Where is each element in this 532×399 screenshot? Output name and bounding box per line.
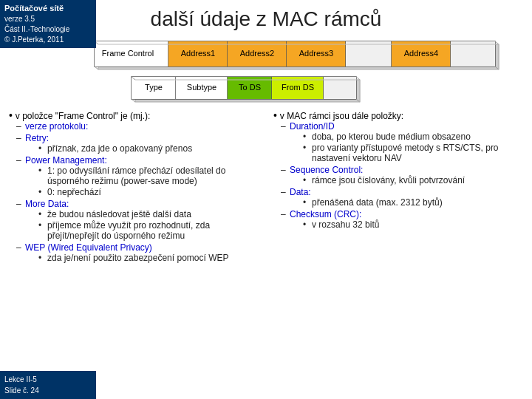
right-data-item1: přenášená data (max. 2312 bytů): [303, 197, 523, 208]
left-wep-sub: zda je/není použito zabezpečení pomocí W…: [25, 253, 259, 263]
right-data-sub: přenášená data (max. 2312 bytů): [290, 197, 523, 208]
right-seq-item1: rámce jsou číslovány, kvůli potvrzování: [303, 175, 523, 185]
right-item-data: Data: přenášená data (max. 2312 bytů): [281, 187, 523, 208]
right-item-duration: Duration/ID doba, po kterou bude médium …: [281, 121, 523, 163]
svg-text:Address4: Address4: [404, 49, 438, 58]
left-main-list: v položce "Frame Control" je (mj.): verz…: [9, 109, 259, 263]
content-area: v položce "Frame Control" je (mj.): verz…: [9, 109, 523, 265]
left-pm-item1: 1: po odvysílání rámce přechází odesílat…: [38, 166, 259, 186]
right-header-item: v MAC rámci jsou dále položky: Duration/…: [273, 109, 523, 230]
left-item-retry: Retry: příznak, zda jde o opakovaný přen…: [16, 133, 259, 154]
right-seqctrl-sub: rámce jsou číslovány, kvůli potvrzování: [290, 175, 523, 185]
info-part: Část II.-Technologie: [4, 24, 92, 35]
left-pm-item2: 0: nepřechází: [38, 187, 259, 197]
svg-text:Frame Control: Frame Control: [102, 49, 154, 58]
right-label-seqctrl: Sequence Control:: [290, 165, 363, 175]
left-md-item1: že budou následovat ještě další data: [38, 209, 259, 219]
left-header-text: v položce "Frame Control" je (mj.):: [16, 111, 151, 121]
left-sub-list: verze protokolu: Retry: příznak, zda jde…: [9, 121, 259, 263]
left-retry-sub: příznak, zda jde o opakovaný přenos: [25, 143, 259, 154]
left-md-item2: příjemce může využít pro rozhodnutí, zda…: [38, 220, 259, 241]
right-item-checksum: Checksum (CRC): v rozsahu 32 bitů: [281, 209, 523, 230]
right-label-data: Data:: [290, 187, 311, 197]
left-powermgmt-sub: 1: po odvysílání rámce přechází odesílat…: [25, 166, 259, 197]
slide-number: Slide č. 24: [4, 385, 92, 396]
slide-info: Lekce II-5 Slide č. 24: [0, 371, 96, 399]
svg-rect-19: [451, 41, 495, 66]
svg-rect-14: [346, 41, 392, 66]
right-crc-item1: v rozsahu 32 bitů: [303, 219, 523, 230]
left-moredata-sub: že budou následovat ještě další data pří…: [25, 209, 259, 241]
right-label-checksum: Checksum (CRC):: [290, 209, 361, 219]
svg-text:Type: Type: [145, 83, 163, 92]
right-header-text: v MAC rámci jsou dále položky:: [280, 111, 403, 121]
left-item-moredata: More Data: že budou následovat ještě dal…: [16, 199, 259, 241]
info-box: Počítačové sítě verze 3.5 Část II.-Techn…: [0, 0, 96, 48]
left-wep-item1: zda je/není použito zabezpečení pomocí W…: [38, 253, 259, 263]
svg-text:From DS: From DS: [282, 83, 314, 92]
left-header-item: v položce "Frame Control" je (mj.): verz…: [9, 109, 259, 263]
svg-text:Address2: Address2: [240, 49, 274, 58]
svg-text:Address1: Address1: [181, 49, 215, 58]
info-title: Počítačové sítě: [4, 3, 92, 14]
right-label-duration: Duration/ID: [290, 121, 335, 132]
right-column: v MAC rámci jsou dále položky: Duration/…: [273, 109, 523, 265]
left-item-verze: verze protokolu:: [16, 121, 259, 132]
right-main-list: v MAC rámci jsou dále položky: Duration/…: [273, 109, 523, 230]
info-author: © J.Peterka, 2011: [4, 35, 92, 45]
right-sub-list: Duration/ID doba, po kterou bude médium …: [273, 121, 523, 230]
svg-text:Subtype: Subtype: [187, 83, 216, 92]
left-label-moredata: More Data:: [25, 199, 69, 209]
info-version: verze 3.5: [4, 14, 92, 24]
right-duration-sub: doba, po kterou bude médium obsazeno pro…: [290, 132, 523, 163]
right-checksum-sub: v rozsahu 32 bitů: [290, 219, 523, 230]
right-dur-item1: doba, po kterou bude médium obsazeno: [303, 132, 523, 142]
svg-text:Address3: Address3: [299, 49, 333, 58]
left-column: v položce "Frame Control" je (mj.): verz…: [9, 109, 259, 265]
left-label-wep: WEP (Wired Equivalent Privacy): [25, 242, 152, 253]
left-label-powermgmt: Power Management:: [25, 155, 107, 166]
left-item-wep: WEP (Wired Equivalent Privacy) zda je/ne…: [16, 242, 259, 263]
right-item-seqctrl: Sequence Control: rámce jsou číslovány, …: [281, 165, 523, 185]
svg-text:To DS: To DS: [239, 83, 261, 92]
right-dur-item2: pro varianty přístupové metody s RTS/CTS…: [303, 143, 523, 163]
slide-lecture: Lekce II-5: [4, 374, 92, 385]
frame-diagram-svg: Frame Control Address1 Address2 Address3…: [18, 38, 514, 105]
left-item-powermgmt: Power Management: 1: po odvysílání rámce…: [16, 155, 259, 197]
left-label-retry: Retry:: [25, 133, 49, 143]
left-retry-item1: příznak, zda jde o opakovaný přenos: [38, 143, 259, 154]
left-label-verze: verze protokolu:: [25, 121, 88, 132]
frame-diagram: Frame Control Address1 Address2 Address3…: [0, 38, 532, 105]
